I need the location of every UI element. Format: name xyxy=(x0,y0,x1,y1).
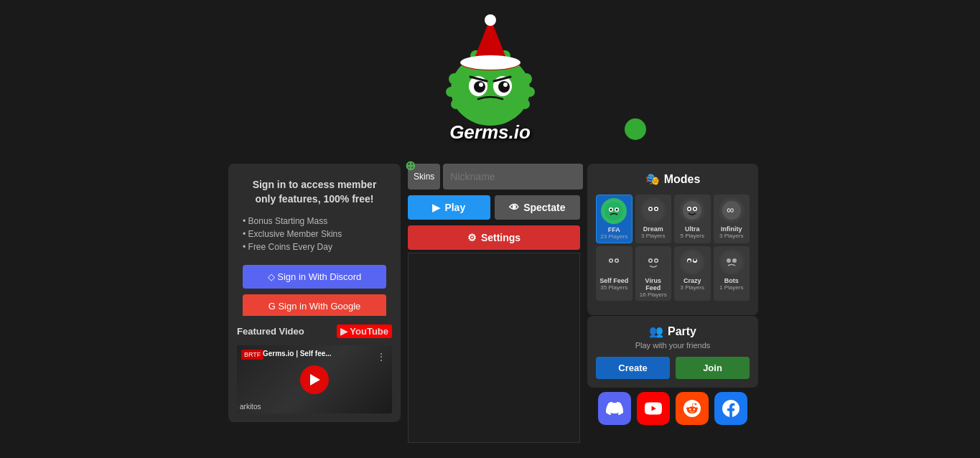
svg-point-1 xyxy=(449,73,460,85)
site-title: Germs.io xyxy=(433,121,548,144)
svg-point-15 xyxy=(503,83,508,87)
game-map-preview xyxy=(408,253,580,443)
reddit-social-button[interactable] xyxy=(676,392,709,425)
google-icon: G xyxy=(269,301,276,312)
mode-bots[interactable]: Bots 1 Players xyxy=(714,246,750,301)
svg-point-13 xyxy=(498,81,510,93)
svg-point-55 xyxy=(727,258,731,263)
logo-svg xyxy=(433,14,548,126)
svg-point-44 xyxy=(644,253,663,271)
mask-icon: 🎭 xyxy=(645,172,660,186)
svg-point-52 xyxy=(688,260,691,263)
svg-point-47 xyxy=(649,260,651,262)
feature-item: Bonus Starting Mass xyxy=(243,215,386,228)
nickname-input[interactable] xyxy=(443,164,583,190)
crazy-icon xyxy=(679,249,705,275)
bots-icon xyxy=(719,249,745,275)
svg-point-25 xyxy=(610,209,612,211)
mode-ultra[interactable]: Ultra 5 Players xyxy=(674,195,711,243)
svg-point-4 xyxy=(521,73,532,85)
signin-heading: Sign in to access member only features, … xyxy=(243,178,386,206)
mode-crazy[interactable]: Crazy 3 Players xyxy=(674,246,711,301)
video-menu-icon[interactable]: ⋮ xyxy=(376,351,386,363)
party-subtitle: Play with your friends xyxy=(596,341,750,350)
gear-icon: ⚙ xyxy=(467,232,477,243)
svg-point-21 xyxy=(460,55,521,70)
discord-social-button[interactable] xyxy=(598,392,631,425)
channel-name: arkitos xyxy=(240,403,261,411)
svg-point-43 xyxy=(616,260,618,262)
video-panel: Featured Video ▶ YouTube BRTF Germs.io |… xyxy=(228,316,401,422)
svg-point-12 xyxy=(474,81,485,93)
video-title-text: Germs.io | Self fee... xyxy=(263,350,332,357)
green-dot xyxy=(625,118,646,140)
discord-signin-button[interactable]: ◇ Sign in With Discord xyxy=(243,265,386,289)
play-button[interactable]: ▶ Play xyxy=(408,195,490,220)
party-panel: 👥 Party Play with your friends Create Jo… xyxy=(587,316,758,388)
mode-dream[interactable]: Dream 3 Players xyxy=(635,195,672,243)
svg-point-42 xyxy=(610,260,612,262)
party-header: 👥 Party xyxy=(596,324,750,338)
settings-button[interactable]: ⚙ Settings xyxy=(408,225,580,250)
logo-area: Germs.io xyxy=(433,14,548,144)
video-channel-label: BRTF xyxy=(241,350,263,360)
svg-point-53 xyxy=(694,258,696,261)
virusfeed-icon xyxy=(640,249,666,275)
feature-item: Exclusive Member Skins xyxy=(243,228,386,240)
create-party-button[interactable]: Create xyxy=(596,357,670,379)
svg-point-54 xyxy=(722,253,741,271)
party-icon: 👥 xyxy=(649,324,663,338)
svg-point-39 xyxy=(605,253,623,271)
svg-point-2 xyxy=(446,87,456,97)
youtube-social-button[interactable] xyxy=(637,392,670,425)
nickname-row: Skins xyxy=(408,164,580,190)
play-spectate-row: ▶ Play 👁 Spectate xyxy=(408,195,580,220)
svg-point-31 xyxy=(655,208,657,210)
join-party-button[interactable]: Join xyxy=(676,357,750,379)
svg-point-36 xyxy=(694,208,696,210)
svg-point-3 xyxy=(451,99,461,109)
video-panel-header: Featured Video ▶ YouTube xyxy=(237,324,392,338)
youtube-icon-small: ▶ xyxy=(340,326,347,337)
social-panel xyxy=(587,392,758,425)
video-play-button[interactable] xyxy=(300,365,329,394)
spectate-button[interactable]: 👁 Spectate xyxy=(495,195,580,220)
modes-panel: 🎭 Modes FFA 23 Players xyxy=(587,164,758,315)
mode-selffeed[interactable]: Self Feed 35 Players xyxy=(596,246,633,301)
discord-icon: ◇ xyxy=(268,271,275,282)
video-thumbnail[interactable]: BRTF Germs.io | Self fee... ⋮ arkitos xyxy=(237,345,392,413)
selffeed-icon xyxy=(601,249,627,275)
svg-point-49 xyxy=(683,253,701,271)
signin-panel: Sign in to access member only features, … xyxy=(228,164,401,332)
svg-point-14 xyxy=(479,83,483,87)
play-icon: ▶ xyxy=(432,202,440,213)
video-panel-title: Featured Video xyxy=(237,326,304,337)
svg-point-26 xyxy=(616,209,618,211)
google-signin-button[interactable]: G Sign in With Google xyxy=(243,294,386,318)
spectate-eye-icon: 👁 xyxy=(509,202,519,213)
feature-item: Free Coins Every Day xyxy=(243,240,386,253)
features-list: Bonus Starting Mass Exclusive Member Ski… xyxy=(243,215,386,253)
infinity-icon: ∞ xyxy=(719,197,745,223)
play-triangle-icon xyxy=(310,374,320,385)
ultra-icon xyxy=(679,197,705,223)
mode-ffa[interactable]: FFA 23 Players xyxy=(596,195,633,243)
svg-point-35 xyxy=(689,208,691,210)
svg-point-20 xyxy=(485,14,496,26)
svg-point-5 xyxy=(525,87,535,97)
svg-point-56 xyxy=(732,258,737,263)
dream-icon xyxy=(640,197,666,223)
plus-add-icon: ⊕ xyxy=(405,158,416,174)
youtube-badge: ▶ YouTube xyxy=(337,324,392,338)
facebook-social-button[interactable] xyxy=(714,392,747,425)
party-buttons-row: Create Join xyxy=(596,357,750,379)
mode-virusfeed[interactable]: Virus Feed 16 Players xyxy=(635,246,672,301)
svg-point-30 xyxy=(649,208,651,210)
svg-text:∞: ∞ xyxy=(727,204,734,215)
svg-point-27 xyxy=(644,201,663,220)
svg-point-32 xyxy=(683,201,701,220)
svg-point-6 xyxy=(520,99,530,109)
ffa-icon xyxy=(601,198,627,224)
svg-point-22 xyxy=(605,202,623,220)
mode-infinity[interactable]: ∞ Infinity 3 Players xyxy=(714,195,750,243)
